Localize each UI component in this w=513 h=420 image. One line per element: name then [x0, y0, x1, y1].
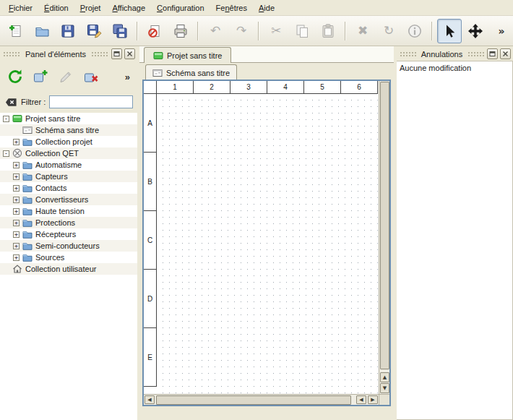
- undo-panel-float-button[interactable]: [487, 48, 498, 59]
- scroll-down-button[interactable]: ▼: [380, 383, 389, 393]
- dock-grip: [90, 51, 109, 57]
- schema-icon: [22, 125, 33, 135]
- tree-item-label: Projet sans titre: [25, 114, 80, 123]
- expand-icon[interactable]: +: [13, 231, 20, 238]
- save-button[interactable]: [56, 19, 80, 43]
- horizontal-scrollbar-thumb[interactable]: [156, 395, 351, 405]
- toolbar-overflow-button[interactable]: »: [489, 19, 513, 43]
- clear-filter-icon[interactable]: [4, 95, 17, 108]
- delete-button[interactable]: ✖: [350, 19, 375, 43]
- tab-project[interactable]: Projet sans titre: [144, 47, 231, 63]
- collapse-icon[interactable]: -: [3, 150, 9, 157]
- save-all-button[interactable]: [108, 19, 132, 43]
- menu-fichier[interactable]: Fichier: [3, 1, 38, 14]
- print-icon: [173, 23, 189, 39]
- scroll-left-button-2[interactable]: ◀: [356, 395, 366, 404]
- element-panel-float-button[interactable]: [111, 48, 122, 59]
- element-panel: Panel d'éléments » Filtrer : -Projet san…: [0, 46, 137, 420]
- element-panel-close-button[interactable]: [124, 48, 135, 59]
- menu-projet[interactable]: Projet: [74, 1, 107, 14]
- ruler-column-label: 3: [230, 81, 267, 93]
- scroll-left-button[interactable]: ◀: [145, 395, 155, 404]
- tree-item-protections[interactable]: +Protections: [0, 217, 137, 228]
- toolbar-separator: [345, 22, 346, 40]
- expand-icon[interactable]: +: [13, 162, 20, 168]
- tree-item-label: Schéma sans titre: [35, 126, 99, 134]
- edit-element-icon: [58, 69, 74, 85]
- print-button[interactable]: [168, 19, 193, 43]
- tab-diagram-label: Schéma sans titre: [166, 69, 230, 77]
- scroll-right-button[interactable]: ▶: [368, 395, 378, 404]
- ruler-columns: 123456: [157, 81, 378, 94]
- expand-icon[interactable]: +: [13, 220, 20, 226]
- save-as-button[interactable]: [82, 19, 106, 43]
- diagram-canvas[interactable]: 123456 ABCDE: [144, 81, 379, 394]
- tree-item-collection-qet[interactable]: -Collection QET: [0, 147, 137, 159]
- tree-item-convertisseurs[interactable]: +Convertisseurs: [0, 194, 137, 205]
- tree-item-projet-sans-titre[interactable]: -Projet sans titre: [0, 113, 137, 124]
- vertical-scrollbar: ▲ ▼: [379, 81, 389, 394]
- tree-item-label: Semi-conducteurs: [35, 241, 100, 250]
- diagram-info-button[interactable]: [402, 19, 427, 43]
- panel-overflow-button[interactable]: »: [122, 70, 133, 84]
- new-icon: [8, 23, 24, 39]
- edit-element-button[interactable]: [55, 66, 77, 87]
- filter-input[interactable]: [49, 95, 133, 108]
- menu-configuration[interactable]: Configuration: [151, 1, 210, 14]
- tree-item-schema-sans-titre[interactable]: Schéma sans titre: [0, 124, 137, 136]
- vertical-scrollbar-thumb[interactable]: [380, 82, 389, 369]
- cut-button[interactable]: ✂: [264, 19, 288, 43]
- scroll-up-button[interactable]: ▲: [380, 372, 389, 382]
- expand-icon[interactable]: +: [13, 173, 20, 180]
- new-project-button[interactable]: [4, 19, 28, 43]
- save-all-icon: [112, 23, 128, 39]
- close-icon: [502, 51, 509, 57]
- redo-button[interactable]: ↷: [229, 19, 254, 43]
- select-mode-button[interactable]: [437, 19, 462, 43]
- tree-item-collection-projet[interactable]: +Collection projet: [0, 136, 137, 147]
- new-element-button[interactable]: [30, 66, 51, 87]
- collapse-icon[interactable]: -: [3, 116, 9, 122]
- ruler-row-label: B: [144, 153, 156, 211]
- tree-item-sources[interactable]: +Sources: [0, 252, 137, 263]
- tree-item-collection-utilisateur[interactable]: Collection utilisateur: [0, 263, 137, 275]
- undo-panel-close-button[interactable]: [500, 48, 511, 59]
- delete-element-button[interactable]: [80, 66, 102, 87]
- copy-button[interactable]: [290, 19, 314, 43]
- menu-aide[interactable]: Aide: [253, 1, 280, 14]
- element-panel-titlebar[interactable]: Panel d'éléments: [2, 48, 135, 60]
- copy-icon: [294, 23, 310, 39]
- grid-dots[interactable]: [157, 94, 379, 394]
- close-file-button[interactable]: [142, 19, 167, 43]
- expand-icon[interactable]: +: [13, 243, 20, 249]
- tree-item-recepteurs[interactable]: +Récepteurs: [0, 228, 137, 240]
- expand-icon[interactable]: +: [13, 185, 20, 192]
- menu-affichage[interactable]: Affichage: [106, 1, 151, 14]
- tree-item-capteurs[interactable]: +Capteurs: [0, 171, 137, 182]
- open-button[interactable]: [30, 19, 54, 43]
- expand-icon[interactable]: +: [13, 139, 20, 145]
- reload-collections-button[interactable]: [4, 66, 26, 87]
- menu-fenetres[interactable]: Fenêtres: [210, 1, 253, 14]
- undo-panel-title: Annulations: [421, 50, 463, 59]
- diagram-window: 123456 ABCDE ▲ ▼ ◀ ◀ ▶: [142, 80, 391, 406]
- undo-button[interactable]: ↶: [203, 19, 228, 43]
- rotate-button[interactable]: ↻: [376, 19, 401, 43]
- tree-item-semi-conducteurs[interactable]: +Semi-conducteurs: [0, 240, 137, 252]
- tree-item-haute-tension[interactable]: +Haute tension: [0, 205, 137, 217]
- tree-item-contacts[interactable]: +Contacts: [0, 182, 137, 194]
- expand-icon[interactable]: +: [13, 254, 20, 261]
- menu-edition[interactable]: Édition: [38, 1, 74, 14]
- folder-icon: [22, 241, 33, 251]
- move-mode-button[interactable]: [463, 19, 488, 43]
- paste-button[interactable]: [316, 19, 340, 43]
- tree-item-label: Collection utilisateur: [25, 265, 96, 273]
- save-as-icon: [86, 23, 102, 39]
- expand-icon[interactable]: +: [13, 197, 20, 203]
- tree-item-automatisme[interactable]: +Automatisme: [0, 159, 137, 171]
- tab-diagram[interactable]: Schéma sans titre: [145, 64, 237, 80]
- undo-empty-message: Aucune modification: [397, 61, 512, 74]
- undo-history-list[interactable]: Aucune modification: [397, 61, 513, 420]
- expand-icon[interactable]: +: [13, 208, 20, 215]
- undo-panel-titlebar[interactable]: Annulations: [399, 48, 511, 60]
